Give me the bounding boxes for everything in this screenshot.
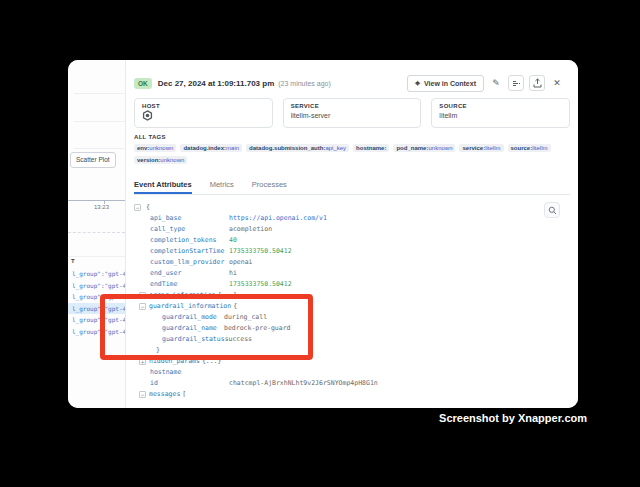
card-value: litellm xyxy=(439,112,562,119)
tag-pill[interactable]: version:unknown xyxy=(134,156,187,164)
attribute-key: custom_llm_provider xyxy=(150,257,229,268)
attribute-value: 40 xyxy=(229,235,237,246)
view-in-context-button[interactable]: ⌖ View in Context xyxy=(407,75,484,92)
relative-time: (23 minutes ago) xyxy=(278,80,331,87)
tag-pill[interactable]: env:unknown xyxy=(134,144,176,152)
attribute-value: openai xyxy=(229,257,252,268)
divider xyxy=(74,148,125,149)
attribute-row[interactable]: endTime 1735333750.50412 xyxy=(134,279,570,290)
divider xyxy=(74,93,125,94)
log-list-item[interactable]: l_group":"gpt-4o xyxy=(68,268,125,280)
attribute-row[interactable]: } xyxy=(134,345,570,356)
tag-pill[interactable]: hostname: xyxy=(353,144,389,152)
log-list-item[interactable]: l_group":"gpt-4o xyxy=(68,326,125,338)
tag-key: service: xyxy=(462,145,485,151)
divider-dashed xyxy=(68,232,125,233)
expand-toggle-icon[interactable] xyxy=(139,391,146,398)
host-hexagon-icon xyxy=(142,110,265,121)
attribute-brace: [ xyxy=(182,389,186,400)
attribute-key: endTime xyxy=(150,279,229,290)
target-icon: ⌖ xyxy=(415,79,420,88)
search-icon[interactable] xyxy=(544,202,560,218)
attribute-key: messages xyxy=(149,389,180,400)
scatter-plot-button[interactable]: Scatter Plot xyxy=(70,152,116,168)
card-value: litellm-server xyxy=(291,112,414,119)
tag-key: datadog.index: xyxy=(183,145,226,151)
header-actions: ⌖ View in Context ✎ ✕ xyxy=(407,74,564,92)
log-list-item[interactable]: l_group":"gpt-4o xyxy=(68,314,125,326)
tab[interactable]: Processes xyxy=(252,176,287,194)
tag-pill[interactable]: datadog.submission_auth:api_key xyxy=(246,144,349,152)
log-list-item[interactable]: l_group":"gpt-4o xyxy=(68,303,125,315)
event-attributes-tree: { api_base https://api.openai.com/v1 xyxy=(134,200,570,408)
panel-tabs: Event Attributes Metrics Processes xyxy=(134,176,570,195)
tag-pill[interactable]: service:litellm xyxy=(459,144,503,152)
tag-value: litellm xyxy=(532,145,547,151)
log-list-item[interactable]: l_group":"gpt-4o xyxy=(68,291,125,303)
tab[interactable]: Event Attributes xyxy=(134,176,192,194)
event-header: OK Dec 27, 2024 at 1:09:11.703 pm (23 mi… xyxy=(134,74,570,92)
attribute-brace: {...} xyxy=(218,290,238,301)
attribute-value: during_call xyxy=(224,312,267,323)
raw-json-icon[interactable] xyxy=(508,75,524,91)
attribute-row[interactable]: hostname xyxy=(134,367,570,378)
attribute-key: api_base xyxy=(150,213,229,224)
attribute-row[interactable]: guardrail_name bedrock-pre-guard xyxy=(134,323,570,334)
expand-toggle-icon[interactable] xyxy=(139,292,146,299)
summary-card: SOURCE litellm xyxy=(431,98,570,128)
divider xyxy=(74,121,125,122)
attribute-key: call_type xyxy=(150,224,229,235)
expand-toggle-icon[interactable] xyxy=(139,303,146,310)
expand-toggle-icon[interactable] xyxy=(134,204,141,211)
attribute-row[interactable]: error_information {...} xyxy=(134,290,570,301)
card-label: SERVICE xyxy=(291,103,414,109)
attribute-row[interactable]: completion_tokens 40 xyxy=(134,235,570,246)
tag-key: pod_name: xyxy=(396,145,428,151)
attribute-key: guardrail_mode xyxy=(162,312,224,323)
attribute-row[interactable]: messages [ xyxy=(134,389,570,400)
attribute-row[interactable]: call_type acompletion xyxy=(134,224,570,235)
attribute-row[interactable]: completionStartTime 1735333750.50412 xyxy=(134,246,570,257)
view-in-context-label: View in Context xyxy=(424,80,476,87)
watermark-text: Screenshot by Xnapper.com xyxy=(439,412,587,424)
attribute-key: end_user xyxy=(150,268,229,279)
export-icon[interactable] xyxy=(529,75,545,91)
status-badge: OK xyxy=(134,78,152,89)
attribute-key: error_information xyxy=(149,290,216,301)
attribute-value: success xyxy=(225,334,252,345)
attribute-row[interactable]: api_base https://api.openai.com/v1 xyxy=(134,213,570,224)
table-column-header: T xyxy=(71,258,75,264)
edit-pencil-icon[interactable]: ✎ xyxy=(489,75,503,91)
expand-toggle-icon[interactable] xyxy=(139,358,146,365)
attribute-brace: } xyxy=(156,345,160,356)
all-tags-label: ALL TAGS xyxy=(134,134,570,140)
background-page: Scatter Plot 13:23 T l_group":"gpt-4o l_… xyxy=(68,60,125,408)
attribute-row[interactable]: end_user hi xyxy=(134,268,570,279)
attribute-row[interactable]: custom_llm_provider openai xyxy=(134,257,570,268)
attribute-key: id xyxy=(150,378,229,389)
attribute-row[interactable]: guardrail_mode during_call xyxy=(134,312,570,323)
attribute-value: hi xyxy=(229,268,237,279)
log-list-item[interactable]: l_group":"gpt-4o xyxy=(68,280,125,292)
attribute-row[interactable]: guardrail_information { xyxy=(134,301,570,312)
close-icon[interactable]: ✕ xyxy=(550,75,564,91)
attribute-row[interactable]: guardrail_status success xyxy=(134,334,570,345)
attribute-brace: {...} xyxy=(202,356,222,367)
tag-pill[interactable]: source:litellm xyxy=(508,144,551,152)
tag-pill[interactable]: pod_name:unknown xyxy=(393,144,455,152)
all-tags-section: ALL TAGS env:unknown datadog.index:main … xyxy=(134,134,570,164)
attribute-key: completionStartTime xyxy=(150,246,229,257)
tab[interactable]: Metrics xyxy=(210,176,234,194)
tag-key: datadog.submission_auth: xyxy=(249,145,325,151)
tag-key: env: xyxy=(137,145,149,151)
attribute-row[interactable]: id chatcmpl-AjBrxhNLht9v2J6rSNYOmp4pH8G1… xyxy=(134,378,570,389)
tag-value: unknown xyxy=(428,145,452,151)
attribute-brace: { xyxy=(146,202,150,213)
app-window: Scatter Plot 13:23 T l_group":"gpt-4o l_… xyxy=(68,60,578,408)
tag-key: source: xyxy=(511,145,533,151)
attribute-key: guardrail_status xyxy=(162,334,225,345)
attribute-value: https://api.openai.com/v1 xyxy=(229,213,327,224)
attribute-row[interactable]: hidden_params {...} xyxy=(134,356,570,367)
tag-pill[interactable]: datadog.index:main xyxy=(180,144,242,152)
attribute-row[interactable]: { xyxy=(134,202,570,213)
